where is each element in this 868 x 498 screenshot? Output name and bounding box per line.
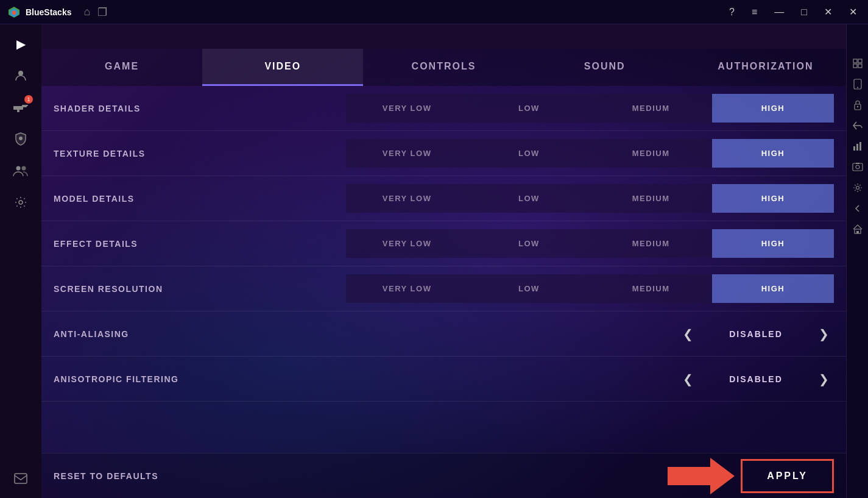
right-icon-arrow-left[interactable] <box>849 200 866 217</box>
extra-close-button[interactable]: ✕ <box>845 5 861 19</box>
texture-medium-btn[interactable]: MEDIUM <box>590 139 712 168</box>
window-controls: ? ≡ — □ ✕ ✕ <box>725 5 861 19</box>
resolution-high-btn[interactable]: HIGH <box>712 274 834 303</box>
sidebar-item-play[interactable]: ▶ <box>7 30 34 57</box>
tab-controls[interactable]: CONTROLS <box>363 49 524 86</box>
model-low-btn[interactable]: LOW <box>468 184 590 213</box>
menu-button[interactable]: ≡ <box>748 5 761 19</box>
model-high-btn[interactable]: HIGH <box>712 184 834 213</box>
anisotropic-value: DISABLED <box>710 374 802 384</box>
svg-point-9 <box>16 166 21 171</box>
sidebar-item-group[interactable] <box>7 157 34 184</box>
effect-details-row: EFFECT DETAILS VERY LOW LOW MEDIUM HIGH <box>41 221 846 266</box>
shader-details-label: SHADER DETAILS <box>54 104 346 113</box>
anti-aliasing-control: ❮ DISABLED ❯ <box>590 322 834 346</box>
svg-point-8 <box>19 137 23 140</box>
right-icon-chart[interactable] <box>849 138 866 155</box>
svg-point-10 <box>22 166 26 171</box>
texture-details-options: VERY LOW LOW MEDIUM HIGH <box>346 139 834 168</box>
model-details-options: VERY LOW LOW MEDIUM HIGH <box>346 184 834 213</box>
anisotropic-right-arrow[interactable]: ❯ <box>814 367 834 391</box>
main-content: GAME VIDEO CONTROLS SOUND AUTHORIZATION … <box>41 49 846 498</box>
svg-rect-12 <box>15 474 27 483</box>
svg-point-11 <box>19 201 23 204</box>
help-button[interactable]: ? <box>725 5 738 19</box>
mail-icon <box>14 473 27 484</box>
settings-table: SHADER DETAILS VERY LOW LOW MEDIUM HIGH … <box>41 86 846 453</box>
resolution-low-btn[interactable]: LOW <box>468 274 590 303</box>
svg-rect-16 <box>853 64 857 68</box>
right-icon-phone[interactable] <box>849 76 866 93</box>
texture-high-btn[interactable]: HIGH <box>712 139 834 168</box>
maximize-button[interactable]: □ <box>797 5 811 19</box>
right-icon-lock[interactable] <box>849 96 866 113</box>
bottom-row: RESET TO DEFAULTS APPLY <box>41 453 846 498</box>
sidebar-item-shield[interactable] <box>7 126 34 152</box>
svg-rect-30 <box>856 231 859 233</box>
screen-resolution-options: VERY LOW LOW MEDIUM HIGH <box>346 274 834 303</box>
right-icon-home[interactable] <box>849 221 866 238</box>
sidebar-item-person[interactable] <box>7 62 34 89</box>
settings-icon <box>14 196 27 209</box>
svg-rect-15 <box>858 59 862 63</box>
close-button[interactable]: ✕ <box>820 5 836 19</box>
right-icon-settings[interactable] <box>849 179 866 196</box>
play-icon: ▶ <box>16 37 26 51</box>
apply-button[interactable]: APPLY <box>741 459 834 493</box>
anti-aliasing-value: DISABLED <box>710 329 802 339</box>
sidebar-item-mail[interactable] <box>7 465 34 492</box>
screen-resolution-row: SCREEN RESOLUTION VERY LOW LOW MEDIUM HI… <box>41 266 846 311</box>
effect-high-btn[interactable]: HIGH <box>712 229 834 258</box>
shader-medium-btn[interactable]: MEDIUM <box>590 94 712 123</box>
anisotropic-filtering-row: ANISOTROPIC FILTERING ❮ DISABLED ❯ <box>41 357 846 402</box>
sidebar-item-settings[interactable] <box>7 189 34 216</box>
titlebar: BlueStacks ⌂ ❐ ? ≡ — □ ✕ ✕ <box>0 0 868 24</box>
shader-low-btn[interactable]: LOW <box>468 94 590 123</box>
model-details-label: MODEL DETAILS <box>54 194 346 204</box>
right-icon-screenshot[interactable] <box>849 158 866 176</box>
anti-aliasing-right-arrow[interactable]: ❯ <box>814 322 834 346</box>
shader-details-options: VERY LOW LOW MEDIUM HIGH <box>346 94 834 123</box>
model-details-row: MODEL DETAILS VERY LOW LOW MEDIUM HIGH <box>41 176 846 221</box>
effect-details-label: EFFECT DETAILS <box>54 239 346 249</box>
model-very-low-btn[interactable]: VERY LOW <box>346 184 468 213</box>
texture-details-label: TEXTURE DETAILS <box>54 149 346 158</box>
apply-container: APPLY <box>668 458 834 494</box>
anti-aliasing-left-arrow[interactable]: ❮ <box>678 322 698 346</box>
nav-home-icon[interactable]: ⌂ <box>83 5 90 18</box>
resolution-very-low-btn[interactable]: VERY LOW <box>346 274 468 303</box>
tab-authorization[interactable]: AUTHORIZATION <box>685 49 846 86</box>
shader-high-btn[interactable]: HIGH <box>712 94 834 123</box>
svg-rect-27 <box>856 163 859 164</box>
svg-point-3 <box>18 71 23 76</box>
effect-medium-btn[interactable]: MEDIUM <box>590 229 712 258</box>
svg-rect-4 <box>13 106 23 110</box>
effect-very-low-btn[interactable]: VERY LOW <box>346 229 468 258</box>
app-logo: BlueStacks <box>7 5 71 19</box>
texture-very-low-btn[interactable]: VERY LOW <box>346 139 468 168</box>
model-medium-btn[interactable]: MEDIUM <box>590 184 712 213</box>
tab-video[interactable]: VIDEO <box>202 49 363 86</box>
svg-point-28 <box>856 187 859 190</box>
tab-game[interactable]: GAME <box>41 49 202 86</box>
tab-sound[interactable]: SOUND <box>524 49 685 86</box>
resolution-medium-btn[interactable]: MEDIUM <box>590 274 712 303</box>
shader-details-row: SHADER DETAILS VERY LOW LOW MEDIUM HIGH <box>41 86 846 131</box>
anti-aliasing-label: ANTI-ALIASING <box>54 329 590 339</box>
minimize-button[interactable]: — <box>771 5 788 19</box>
effect-low-btn[interactable]: LOW <box>468 229 590 258</box>
sidebar-item-gun[interactable]: 1 <box>7 94 34 121</box>
svg-rect-6 <box>17 110 19 112</box>
anisotropic-left-arrow[interactable]: ❮ <box>678 367 698 391</box>
right-icon-back[interactable] <box>849 117 866 134</box>
reset-defaults-label: RESET TO DEFAULTS <box>54 471 158 481</box>
right-icon-grid[interactable] <box>849 55 866 72</box>
texture-low-btn[interactable]: LOW <box>468 139 590 168</box>
gun-badge: 1 <box>24 95 33 104</box>
group-icon <box>13 164 29 177</box>
shader-very-low-btn[interactable]: VERY LOW <box>346 94 468 123</box>
arrow-icon <box>668 458 735 494</box>
person-icon <box>14 69 27 82</box>
right-sidebar <box>846 24 868 498</box>
nav-windows-icon[interactable]: ❐ <box>97 5 107 19</box>
